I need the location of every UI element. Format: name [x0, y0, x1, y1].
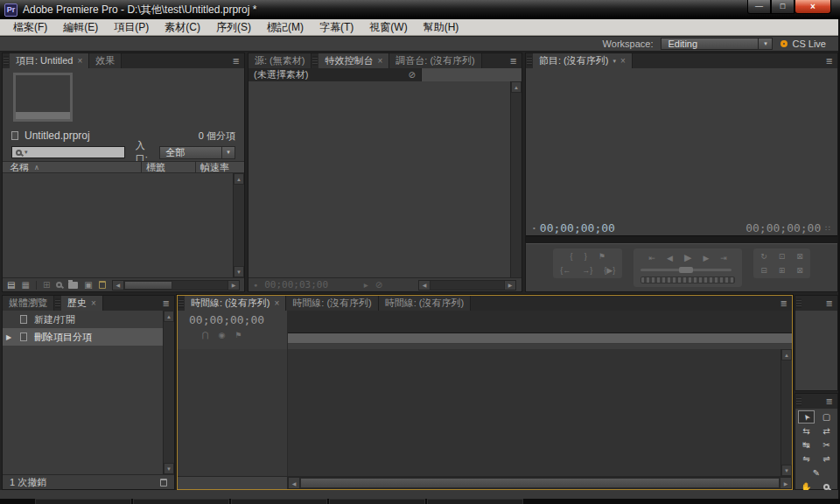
close-icon[interactable]: ×	[377, 56, 382, 66]
tab-timeline-2[interactable]: 時間線: (沒有序列)	[286, 296, 378, 311]
panel-grip[interactable]	[178, 298, 184, 308]
chevron-down-icon[interactable]: ▾	[221, 147, 234, 158]
tab-audio-mixer[interactable]: 調音台: (沒有序列)	[389, 53, 481, 68]
taskbar-button[interactable]	[133, 499, 229, 504]
history-entry[interactable]: 新建/打開	[3, 311, 163, 328]
go-to-in-icon[interactable]: {←	[560, 266, 570, 275]
tab-timeline-1[interactable]: 時間線: (沒有序列) ×	[185, 296, 286, 311]
pen-tool-icon[interactable]: ✎	[808, 466, 825, 480]
jog-dial[interactable]	[640, 276, 735, 284]
column-framerate[interactable]: 幀速率	[195, 161, 244, 174]
scrollbar-thumb[interactable]	[124, 281, 172, 290]
encore-marker-icon[interactable]: ◉	[218, 331, 225, 340]
play-button-icon[interactable]: ▶	[684, 252, 691, 263]
menu-file[interactable]: 檔案(F)	[5, 19, 55, 36]
scroll-down-icon[interactable]: ▼	[234, 266, 244, 277]
menu-clip[interactable]: 素材(C)	[157, 19, 208, 36]
lift-icon[interactable]: ⊟	[760, 266, 767, 275]
effect-controls-horizontal-scrollbar[interactable]: ◀ ▶	[418, 280, 516, 290]
panel-grip[interactable]	[312, 56, 318, 66]
timeline-horizontal-scrollbar[interactable]: ◀ ▶	[288, 477, 792, 489]
panel-menu-icon[interactable]: ≣	[822, 296, 837, 311]
menu-help[interactable]: 幫助(H)	[416, 19, 467, 36]
slide-tool-icon[interactable]: ⇌	[818, 452, 835, 466]
panel-menu-icon[interactable]: ≣	[822, 394, 837, 409]
panel-grip[interactable]	[55, 298, 60, 308]
scrollbar-thumb[interactable]	[300, 478, 780, 488]
razor-tool-icon[interactable]: ✂	[818, 438, 835, 452]
shuttle-slider[interactable]	[640, 269, 732, 271]
effect-controls-timecode[interactable]: 00;00;03;00	[264, 279, 328, 290]
sequence-marker-icon[interactable]: ⚑	[234, 331, 242, 340]
program-scrubber-bar[interactable]	[526, 235, 837, 244]
close-button[interactable]: ×	[794, 0, 831, 14]
history-vertical-scrollbar[interactable]: ▲ ▼	[163, 311, 174, 474]
taskbar-button[interactable]	[329, 499, 425, 504]
find-icon[interactable]	[56, 282, 62, 288]
project-list-empty[interactable]	[3, 173, 233, 277]
tab-timeline-3[interactable]: 時間線: (沒有序列)	[379, 296, 471, 311]
panel-menu-icon[interactable]: ≣	[822, 53, 837, 68]
scroll-left-icon[interactable]: ◀	[289, 478, 300, 488]
set-marker-icon[interactable]: ⚑	[598, 252, 606, 261]
slip-tool-icon[interactable]: ⇋	[798, 452, 815, 466]
go-to-previous-edit-icon[interactable]: ⇤	[648, 254, 655, 262]
tab-project[interactable]: 項目: Untitled ×	[10, 53, 89, 68]
scroll-down-icon[interactable]: ▼	[781, 465, 792, 476]
scroll-right-icon[interactable]: ▶	[780, 478, 791, 488]
rolling-edit-tool-icon[interactable]: ⇄	[818, 424, 835, 438]
go-to-out-icon[interactable]: →}	[582, 266, 592, 275]
scroll-up-icon[interactable]: ▲	[234, 173, 244, 185]
timeline-tracks-area[interactable]	[288, 349, 780, 476]
panel-menu-icon[interactable]: ≣	[506, 53, 522, 68]
menu-title[interactable]: 字幕(T)	[312, 19, 361, 36]
panel-menu-icon[interactable]: ≣	[158, 296, 174, 311]
history-entry-selected[interactable]: ▶ 刪除項目分項	[3, 328, 163, 346]
output-icon[interactable]: ⊠	[796, 252, 803, 261]
timeline-timecode[interactable]: 00;00;00;00	[178, 313, 287, 326]
scroll-up-icon[interactable]: ▲	[781, 349, 792, 360]
loop-icon[interactable]: ⊘	[375, 280, 382, 290]
play-in-to-out-icon[interactable]: {▶}	[604, 266, 615, 275]
chevron-down-icon[interactable]: ▾	[758, 38, 772, 49]
timeline-vertical-scrollbar[interactable]: ▲ ▼	[780, 349, 792, 476]
play-icon[interactable]: ▸	[364, 280, 368, 290]
panel-grip[interactable]	[796, 298, 802, 308]
snap-icon[interactable]: ⋂	[202, 331, 208, 340]
menu-project[interactable]: 項目(P)	[106, 19, 157, 36]
delete-redoable-icon[interactable]	[160, 479, 167, 486]
tab-effects[interactable]: 效果	[89, 53, 122, 68]
program-video-area[interactable]	[526, 68, 837, 220]
scroll-right-icon[interactable]: ▶	[228, 281, 239, 290]
tab-program[interactable]: 節目: (沒有序列) ▾ ×	[533, 53, 633, 68]
project-horizontal-scrollbar[interactable]: ◀ ▶	[112, 280, 240, 290]
entry-filter-dropdown[interactable]: 全部 ▾	[159, 146, 235, 159]
set-out-point-icon[interactable]: }	[584, 252, 587, 261]
scroll-left-icon[interactable]: ◀	[113, 281, 124, 290]
panel-grip[interactable]	[527, 56, 532, 66]
ripple-edit-tool-icon[interactable]: ⇆	[798, 424, 815, 438]
selection-tool-icon[interactable]: ➤	[798, 410, 815, 424]
mini-timeline-header[interactable]	[421, 68, 522, 81]
step-forward-icon[interactable]: ▶	[703, 254, 709, 262]
tab-effect-controls[interactable]: 特效控制台 ×	[318, 53, 389, 68]
tab-media-browser[interactable]: 媒體瀏覽	[3, 296, 54, 311]
close-icon[interactable]: ×	[620, 56, 626, 66]
close-icon[interactable]: ×	[77, 56, 82, 66]
go-to-next-edit-icon[interactable]: ⇥	[720, 254, 727, 262]
taskbar-button[interactable]	[427, 499, 523, 504]
set-in-point-icon[interactable]: {	[570, 252, 573, 261]
scroll-right-icon[interactable]: ▶	[504, 281, 515, 290]
shuttle-knob[interactable]	[679, 267, 693, 273]
project-vertical-scrollbar[interactable]: ▲ ▼	[233, 173, 244, 277]
effect-controls-empty[interactable]	[248, 81, 510, 277]
taskbar-button[interactable]	[231, 499, 327, 504]
timeline-track-headers[interactable]	[178, 349, 288, 476]
scroll-down-icon[interactable]: ▼	[164, 463, 174, 474]
cs-live-button[interactable]: CS Live	[780, 38, 826, 49]
toggle-timeline-view-icon[interactable]: ⊘	[409, 70, 416, 80]
safe-margins-icon[interactable]: ⊡	[779, 252, 786, 261]
new-bin-icon[interactable]	[68, 282, 78, 289]
step-back-icon[interactable]: ◀	[667, 254, 673, 262]
menu-marker[interactable]: 標記(M)	[259, 19, 312, 36]
